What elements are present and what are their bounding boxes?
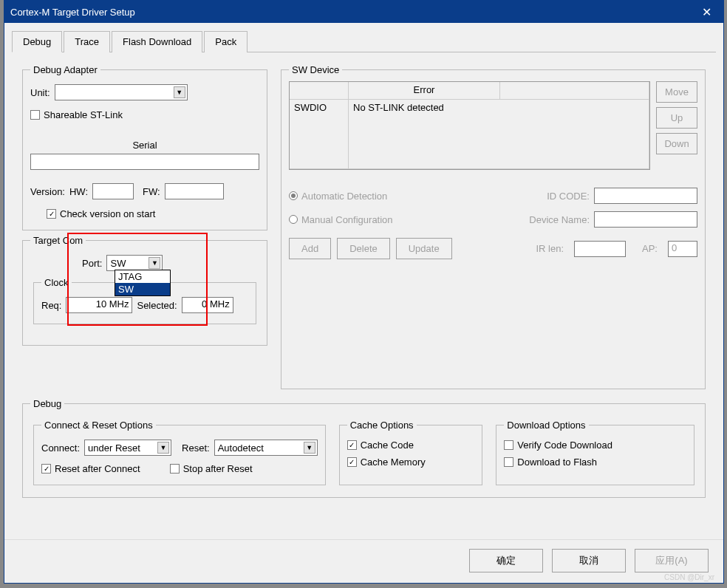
sw-device-legend: SW Device xyxy=(289,64,342,75)
delete-button[interactable]: Delete xyxy=(337,238,390,259)
port-label: Port: xyxy=(82,258,102,269)
connect-label: Connect: xyxy=(41,442,80,454)
unit-label: Unit: xyxy=(30,87,50,98)
stop-after-label: Stop after Reset xyxy=(183,463,253,474)
req-field[interactable]: 10 MHz xyxy=(66,297,132,313)
add-button[interactable]: Add xyxy=(289,238,331,259)
watermark: CSDN @Dir_xr xyxy=(664,573,714,581)
ap-field: 0 xyxy=(668,241,697,257)
check-version-label: Check version on start xyxy=(60,208,155,219)
window-title: Cortex-M Target Driver Setup xyxy=(10,7,695,18)
cache-options-group: Cache Options Cache Code Cache Memory xyxy=(339,420,483,485)
reset-after-label: Reset after Connect xyxy=(55,463,140,474)
reset-label: Reset: xyxy=(182,442,210,454)
port-combo[interactable]: SW ▼ xyxy=(106,255,163,271)
download-flash-label: Download to Flash xyxy=(517,457,597,468)
dialog-window: Cortex-M Target Driver Setup ✕ Debug Tra… xyxy=(4,0,724,584)
update-button[interactable]: Update xyxy=(396,238,452,259)
reset-combo[interactable]: Autodetect ▼ xyxy=(214,440,318,456)
serial-label: Serial xyxy=(132,140,157,151)
debug-legend: Debug xyxy=(30,398,64,409)
cache-options-legend: Cache Options xyxy=(347,420,417,431)
port-value: SW xyxy=(110,258,126,269)
up-button[interactable]: Up xyxy=(656,107,697,129)
connect-value: under Reset xyxy=(88,442,140,454)
tabstrip: Debug Trace Flash Download Pack xyxy=(12,30,716,52)
debug-adapter-legend: Debug Adapter xyxy=(30,64,100,75)
manual-config-label: Manual Configuration xyxy=(301,214,393,225)
hw-field xyxy=(92,183,134,199)
sw-device-group: SW Device Error SWDIO No ST-LINK detecte… xyxy=(281,64,706,389)
irlen-field xyxy=(574,241,626,257)
ap-label: AP: xyxy=(642,243,658,254)
close-icon[interactable]: ✕ xyxy=(695,5,717,19)
serial-field[interactable] xyxy=(30,154,259,170)
table-header-blank xyxy=(290,82,349,100)
connect-reset-group: Connect & Reset Options Connect: under R… xyxy=(33,420,326,485)
port-dropdown-list: JTAG SW xyxy=(115,270,171,296)
cache-memory-label: Cache Memory xyxy=(361,457,426,468)
dialog-footer: 确定 取消 应用(A) xyxy=(4,539,723,583)
debug-group: Debug Connect & Reset Options Connect: u… xyxy=(22,398,706,498)
tab-debug[interactable]: Debug xyxy=(12,31,62,52)
swdio-label: SWDIO xyxy=(290,100,349,169)
move-button[interactable]: Move xyxy=(656,81,697,103)
debug-adapter-group: Debug Adapter Unit: ▼ Shareable ST-Link … xyxy=(22,64,267,230)
chevron-down-icon[interactable]: ▼ xyxy=(149,257,160,269)
selected-field: 0 MHz xyxy=(182,297,233,313)
auto-detection-radio[interactable] xyxy=(289,191,298,200)
auto-detection-label: Automatic Detection xyxy=(301,191,387,202)
reset-value: Autodetect xyxy=(218,442,264,454)
chevron-down-icon[interactable]: ▼ xyxy=(157,442,169,454)
chevron-down-icon[interactable]: ▼ xyxy=(174,86,185,98)
download-options-legend: Download Options xyxy=(504,420,588,431)
version-label: Version: xyxy=(30,186,65,197)
target-com-group: Target Com Port: SW ▼ Clock Req: 10 MHz xyxy=(22,235,267,346)
connect-combo[interactable]: under Reset ▼ xyxy=(84,440,171,456)
tab-trace[interactable]: Trace xyxy=(64,31,110,52)
tab-pack[interactable]: Pack xyxy=(204,31,248,52)
target-com-legend: Target Com xyxy=(30,235,86,246)
stop-after-checkbox[interactable] xyxy=(170,464,180,474)
hw-label: HW: xyxy=(69,186,88,197)
idcode-field xyxy=(594,188,697,204)
verify-code-label: Verify Code Download xyxy=(517,440,612,451)
fw-label: FW: xyxy=(143,186,160,197)
clock-legend: Clock xyxy=(41,277,72,288)
verify-code-checkbox[interactable] xyxy=(504,440,513,450)
check-version-checkbox[interactable] xyxy=(47,209,56,219)
cancel-button[interactable]: 取消 xyxy=(552,549,626,572)
unit-combo[interactable]: ▼ xyxy=(55,84,188,100)
table-header-blank2 xyxy=(500,82,649,100)
sw-device-table: Error SWDIO No ST-LINK detected xyxy=(289,81,650,170)
selected-label: Selected: xyxy=(137,300,177,311)
device-name-label: Device Name: xyxy=(529,214,590,225)
tab-content: Debug Adapter Unit: ▼ Shareable ST-Link … xyxy=(4,52,723,539)
ok-button[interactable]: 确定 xyxy=(469,549,543,572)
apply-button[interactable]: 应用(A) xyxy=(635,549,709,572)
shareable-label: Shareable ST-Link xyxy=(44,109,123,120)
idcode-label: ID CODE: xyxy=(547,191,590,202)
download-options-group: Download Options Verify Code Download Do… xyxy=(496,420,694,485)
fw-field xyxy=(165,183,224,199)
cache-memory-checkbox[interactable] xyxy=(347,457,357,467)
shareable-checkbox[interactable] xyxy=(30,110,40,120)
table-header-error: Error xyxy=(349,82,500,100)
titlebar: Cortex-M Target Driver Setup ✕ xyxy=(4,1,723,23)
device-name-field xyxy=(594,211,697,228)
cache-code-label: Cache Code xyxy=(361,440,414,451)
cache-code-checkbox[interactable] xyxy=(347,440,357,450)
irlen-label: IR len: xyxy=(536,243,564,254)
req-label: Req: xyxy=(41,300,61,311)
chevron-down-icon[interactable]: ▼ xyxy=(304,442,315,454)
port-option-sw[interactable]: SW xyxy=(115,283,170,295)
tab-flash-download[interactable]: Flash Download xyxy=(112,31,202,52)
sw-device-message: No ST-LINK detected xyxy=(349,100,649,169)
connect-reset-legend: Connect & Reset Options xyxy=(41,420,156,431)
manual-config-radio[interactable] xyxy=(289,215,298,224)
down-button[interactable]: Down xyxy=(656,133,697,154)
download-flash-checkbox[interactable] xyxy=(504,457,513,467)
port-option-jtag[interactable]: JTAG xyxy=(115,270,170,283)
reset-after-checkbox[interactable] xyxy=(41,464,51,474)
